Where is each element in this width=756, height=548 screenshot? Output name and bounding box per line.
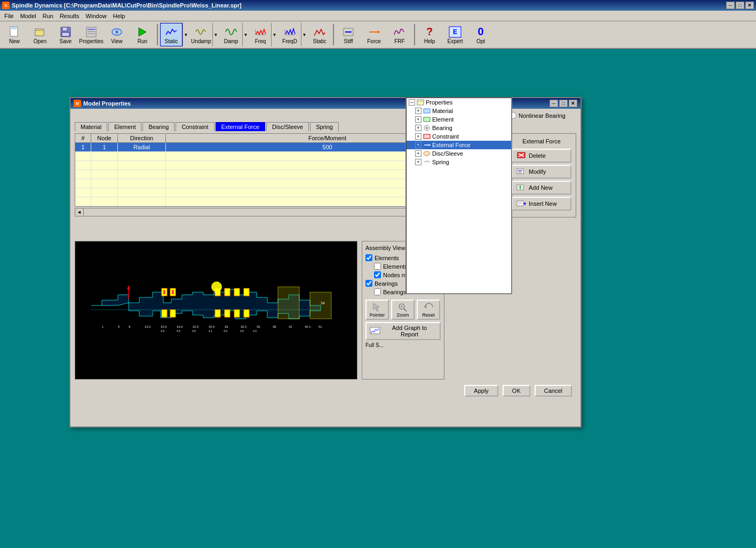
ok-button[interactable]: OK <box>503 385 530 397</box>
tree-disc-expander[interactable]: + <box>415 150 421 157</box>
tab-disc-sleeve[interactable]: Disc/Sleeve <box>266 122 309 131</box>
tree-root-expander[interactable]: ─ <box>409 99 415 106</box>
svg-marker-21 <box>378 30 380 34</box>
modify-button[interactable]: Modify <box>512 165 571 179</box>
opt-icon: 0 <box>474 26 487 38</box>
freq-button[interactable]: Freq <box>250 23 271 46</box>
bearings-checkbox[interactable] <box>365 280 372 287</box>
expert-icon: E <box>449 26 461 38</box>
dialog-controls: ─ □ ✕ <box>550 100 577 107</box>
tree-material-expander[interactable]: + <box>415 108 421 114</box>
opt-button[interactable]: 0 Opt <box>468 23 493 46</box>
tab-external-force[interactable]: External Force <box>216 122 266 131</box>
svg-line-85 <box>404 309 407 311</box>
scroll-left[interactable]: ◄ <box>75 208 84 216</box>
svg-rect-93 <box>424 117 430 122</box>
external-force-section: External Force Delete <box>507 133 576 237</box>
menu-model[interactable]: Model <box>17 12 39 20</box>
tree-bearing-icon <box>423 124 431 132</box>
add-graph-button[interactable]: Add Graph to Report <box>365 322 441 340</box>
freq-dropdown[interactable]: ▼ <box>271 23 277 46</box>
dialog-minimize[interactable]: ─ <box>550 100 558 107</box>
assembly-canvas[interactable]: 1 5 9 13.5 15.0 19.0 22.5 25.5 29 32.5 3… <box>75 241 357 380</box>
run-icon <box>136 26 149 38</box>
tree-spring[interactable]: + Spring <box>407 158 511 166</box>
tree-element-expander[interactable]: + <box>415 116 421 123</box>
undamp-dropdown[interactable]: ▼ <box>212 23 219 46</box>
main-area: M Model Properties ─ □ ✕ Linear Bearing … <box>0 49 756 548</box>
nonlinear-bearing-option[interactable]: Nonlinear Bearing <box>510 112 566 119</box>
zoom-button[interactable]: Zoom <box>391 300 415 320</box>
force-button[interactable]: Force <box>362 23 386 46</box>
svg-point-12 <box>115 30 118 34</box>
delete-icon <box>516 151 527 160</box>
tree-material[interactable]: + Material <box>407 107 511 115</box>
properties-button[interactable]: Properties <box>79 23 104 46</box>
static-button[interactable]: Static <box>160 23 182 46</box>
delete-button[interactable]: Delete <box>512 149 571 163</box>
tab-bearing[interactable]: Bearing <box>142 122 174 131</box>
menu-results[interactable]: Results <box>57 12 83 20</box>
static-result-button[interactable]: Static <box>308 23 331 46</box>
menu-file[interactable]: File <box>1 12 17 20</box>
tree-spring-expander[interactable]: + <box>415 159 421 165</box>
tree-constraint[interactable]: + Constraint <box>407 132 511 141</box>
freqd-dropdown[interactable]: ▼ <box>301 23 307 46</box>
tree-element[interactable]: + Element <box>407 115 511 124</box>
maximize-btn[interactable]: □ <box>736 2 744 9</box>
save-button[interactable]: Save <box>53 23 78 46</box>
new-button[interactable]: New <box>2 23 27 46</box>
tree-constraint-expander[interactable]: + <box>415 133 421 140</box>
undamp-button[interactable]: Undamp <box>190 23 212 46</box>
tree-bearing-expander[interactable]: + <box>415 125 421 131</box>
pointer-button[interactable]: Pointer <box>365 300 389 320</box>
apply-button[interactable]: Apply <box>464 385 498 397</box>
tab-constraint[interactable]: Constraint <box>176 122 214 131</box>
tree-bearing[interactable]: + Bearing <box>407 124 511 132</box>
menu-window[interactable]: Window <box>83 12 110 20</box>
tree-extforce-expander[interactable]: + <box>415 142 421 148</box>
svg-rect-54 <box>225 310 230 317</box>
svg-point-99 <box>424 151 430 156</box>
add-new-button[interactable]: Add New <box>512 181 571 195</box>
damp-dropdown[interactable]: ▼ <box>242 23 249 46</box>
view-buttons: Pointer Zoom <box>365 300 441 320</box>
help-button[interactable]: ? Help <box>417 23 442 46</box>
svg-text:E: E <box>453 28 457 36</box>
col-node: Node <box>91 134 118 142</box>
help-icon: ? <box>423 26 436 38</box>
tab-spring[interactable]: Spring <box>310 122 339 131</box>
elements-numbers-checkbox[interactable] <box>374 263 381 270</box>
run-button[interactable]: Run <box>130 23 155 46</box>
tree-root[interactable]: ─ Properties <box>407 98 511 107</box>
view-button[interactable]: View <box>105 23 129 46</box>
insert-new-button[interactable]: Insert New <box>512 197 571 211</box>
dialog-maximize[interactable]: □ <box>559 100 568 107</box>
bearings-numbers-checkbox[interactable] <box>374 288 381 295</box>
damp-button[interactable]: Damp <box>220 23 242 46</box>
minimize-btn[interactable]: ─ <box>726 2 735 9</box>
open-button[interactable]: Open <box>28 23 52 46</box>
freqd-button[interactable]: FreqD <box>278 23 301 46</box>
tab-element[interactable]: Element <box>108 122 141 131</box>
elements-checkbox[interactable] <box>365 254 372 261</box>
nodes-numbers-checkbox[interactable] <box>374 271 381 278</box>
cancel-button[interactable]: Cancel <box>535 385 572 397</box>
end-node-label: 34 <box>321 301 325 305</box>
menu-help[interactable]: Help <box>110 12 129 20</box>
stiff-button[interactable]: Stiff <box>336 23 361 46</box>
close-btn[interactable]: ✕ <box>745 2 754 9</box>
static-dropdown[interactable]: ▼ <box>182 23 189 46</box>
expert-button[interactable]: E Expert <box>443 23 467 46</box>
frf-button[interactable]: FRF <box>387 23 412 46</box>
tree-external-force[interactable]: + External Force <box>407 141 511 149</box>
svg-rect-96 <box>424 134 430 139</box>
tab-material[interactable]: Material <box>75 122 107 131</box>
svg-rect-58 <box>310 292 331 319</box>
menu-run[interactable]: Run <box>39 12 57 20</box>
dialog-close[interactable]: ✕ <box>569 100 577 107</box>
reset-button[interactable]: Reset <box>417 300 440 320</box>
svg-rect-6 <box>62 33 69 36</box>
separator-1 <box>157 24 158 45</box>
tree-disc-sleeve[interactable]: + Disc/Sleeve <box>407 149 511 158</box>
